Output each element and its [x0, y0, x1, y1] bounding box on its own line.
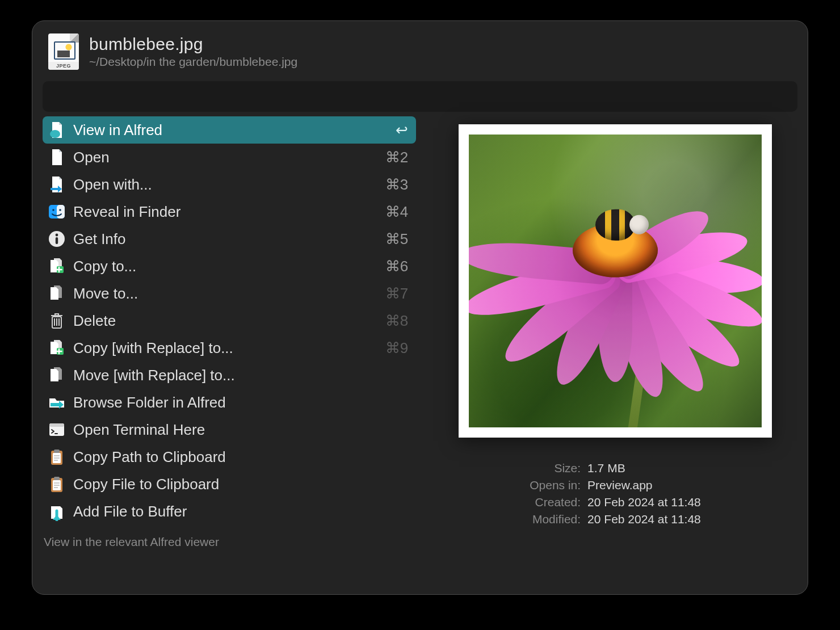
search-input[interactable] [43, 81, 797, 112]
action-item[interactable]: Open with...⌘3 [43, 171, 416, 198]
alfred-file-actions-panel: JPEG bumblebee.jpg ~/Desktop/in the gard… [32, 20, 808, 595]
action-shortcut: ⌘5 [385, 230, 408, 248]
action-label: Delete [73, 312, 116, 330]
preview-thumbnail [459, 124, 772, 438]
copy-to-icon [47, 257, 66, 276]
svg-point-4 [59, 209, 61, 211]
file-type-tag: JPEG [48, 62, 79, 70]
action-label: Copy File to Clipboard [73, 476, 219, 493]
action-label: Get Info [73, 230, 126, 248]
meta-size-value: 1.7 MB [587, 461, 701, 475]
terminal-icon [47, 420, 66, 439]
action-item[interactable]: Copy [with Replace] to...⌘9 [43, 334, 416, 362]
svg-rect-15 [54, 450, 60, 453]
action-label: Add File to Buffer [73, 503, 187, 520]
buffer-icon [47, 502, 66, 521]
meta-created-label: Created: [530, 495, 581, 509]
action-item[interactable]: Copy File to Clipboard [43, 471, 416, 498]
svg-point-3 [52, 209, 54, 211]
move-to-icon [47, 284, 66, 303]
meta-size-label: Size: [530, 461, 581, 475]
selection-subtitle: View in the relevant Alfred viewer [32, 526, 808, 549]
search-bar [43, 81, 797, 112]
action-shortcut: ⌘3 [385, 176, 408, 194]
action-label: Copy to... [73, 258, 136, 275]
preview-pane: Size: 1.7 MB Opens in: Preview.app Creat… [433, 116, 797, 526]
action-shortcut: ⌘8 [385, 312, 408, 330]
action-item[interactable]: Add File to Buffer [43, 498, 416, 525]
svg-point-6 [56, 234, 58, 237]
actions-list: View in Alfred↩Open⌘2Open with...⌘3Revea… [43, 116, 416, 525]
copy-to-icon [47, 338, 66, 358]
svg-rect-12 [49, 423, 64, 427]
action-label: Open Terminal Here [73, 421, 205, 439]
action-item[interactable]: View in Alfred↩ [43, 116, 416, 144]
browse-icon [47, 393, 66, 412]
action-label: Reveal in Finder [73, 203, 180, 221]
view-alfred-icon [47, 120, 66, 140]
file-header: JPEG bumblebee.jpg ~/Desktop/in the gard… [32, 21, 808, 78]
action-item[interactable]: Get Info⌘5 [43, 225, 416, 253]
svg-rect-2 [57, 205, 65, 219]
doc-arrow-icon [47, 175, 66, 194]
action-shortcut: ⌘4 [385, 203, 408, 221]
action-item[interactable]: Reveal in Finder⌘4 [43, 198, 416, 225]
action-label: Browse Folder in Alfred [73, 394, 226, 411]
clipboard-icon [47, 447, 66, 467]
action-item[interactable]: Copy Path to Clipboard [43, 443, 416, 471]
meta-modified-label: Modified: [530, 513, 581, 526]
meta-modified-value: 20 Feb 2024 at 11:48 [587, 513, 701, 526]
action-item[interactable]: Delete⌘8 [43, 307, 416, 334]
action-label: Copy Path to Clipboard [73, 448, 226, 466]
trash-icon [47, 311, 66, 330]
action-label: Copy [with Replace] to... [73, 339, 233, 357]
action-item[interactable]: Browse Folder in Alfred [43, 389, 416, 416]
file-type-icon: JPEG [48, 33, 79, 70]
doc-icon [47, 148, 66, 167]
clipboard-icon [47, 474, 66, 494]
action-shortcut: ⌘6 [385, 258, 408, 275]
svg-point-0 [50, 130, 60, 138]
action-item[interactable]: Open⌘2 [43, 144, 416, 171]
action-item[interactable]: Copy to...⌘6 [43, 253, 416, 280]
action-item[interactable]: Move [with Replace] to... [43, 362, 416, 389]
action-label: View in Alfred [73, 121, 162, 139]
meta-created-value: 20 Feb 2024 at 11:48 [587, 495, 701, 509]
svg-rect-7 [56, 237, 58, 244]
finder-icon [47, 202, 66, 221]
action-item[interactable]: Open Terminal Here [43, 416, 416, 443]
action-label: Open with... [73, 176, 152, 194]
action-item[interactable]: Move to...⌘7 [43, 280, 416, 307]
action-shortcut: ⌘9 [385, 339, 408, 357]
file-metadata: Size: 1.7 MB Opens in: Preview.app Creat… [530, 461, 701, 526]
meta-opens-value: Preview.app [587, 478, 701, 492]
action-label: Move [with Replace] to... [73, 367, 235, 384]
action-shortcut: ⌘7 [385, 285, 408, 303]
file-name: bumblebee.jpg [89, 35, 792, 54]
action-label: Open [73, 149, 110, 166]
meta-opens-label: Opens in: [530, 478, 581, 492]
action-label: Move to... [73, 285, 138, 303]
move-to-icon [47, 366, 66, 385]
action-shortcut: ↩ [396, 121, 408, 139]
action-shortcut: ⌘2 [385, 149, 408, 166]
svg-rect-18 [54, 477, 60, 480]
info-icon [47, 229, 66, 249]
file-path: ~/Desktop/in the garden/bumblebee.jpg [89, 55, 792, 69]
